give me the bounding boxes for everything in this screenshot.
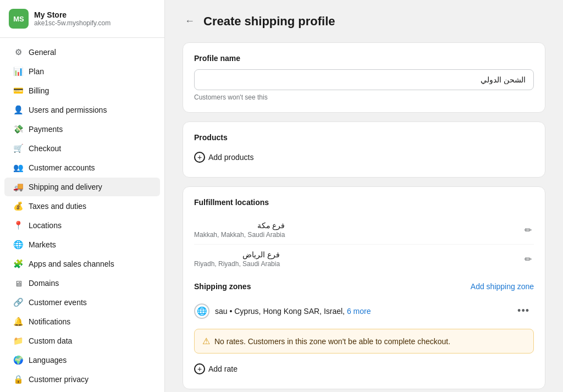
- zone-text: sau • Cyprus, Hong Kong SAR, Israel, 6 m…: [215, 307, 371, 316]
- add-shipping-zone-button[interactable]: Add shipping zone: [471, 282, 534, 291]
- shipping-zones-title: Shipping zones: [194, 282, 251, 291]
- nav-icon-locations: 📍: [13, 220, 23, 230]
- location-edit-btn-0[interactable]: ✏: [522, 223, 534, 238]
- sidebar-item-languages[interactable]: 🌍 Languages: [4, 351, 160, 369]
- warning-banner: ⚠ No rates. Customers in this zone won't…: [194, 329, 534, 354]
- nav-label-domains: Domains: [29, 279, 59, 288]
- sidebar-item-domains[interactable]: 🖥 Domains: [4, 274, 160, 292]
- nav-icon-notifications: 🔔: [13, 317, 23, 327]
- warning-icon: ⚠: [202, 336, 210, 346]
- nav-label-checkout: Checkout: [29, 144, 61, 153]
- back-button[interactable]: ←: [183, 13, 197, 29]
- nav-label-customer-events: Customer events: [29, 298, 87, 307]
- profile-name-hint: Customers won't see this: [194, 93, 534, 101]
- warning-text: No rates. Customers in this zone won't b…: [214, 337, 450, 346]
- globe-icon: 🌐: [194, 303, 209, 319]
- nav-label-notifications: Notifications: [29, 317, 70, 326]
- location-row-1: فرع الرياض Riyadh, Riyadh, Saudi Arabia …: [194, 245, 534, 273]
- nav-icon-apps: 🧩: [13, 259, 23, 269]
- fulfillment-section-title: Fulfillment locations: [194, 198, 534, 207]
- plus-circle-rate-icon: +: [194, 363, 205, 374]
- location-name-0: فرع مكة: [194, 221, 285, 230]
- nav-icon-users: 👤: [13, 105, 23, 115]
- page-header: ← Create shipping profile: [183, 13, 545, 29]
- sidebar-item-billing[interactable]: 💳 Billing: [4, 81, 160, 100]
- nav-icon-domains: 🖥: [13, 278, 23, 288]
- sidebar-item-customer-events[interactable]: 🔗 Customer events: [4, 293, 160, 312]
- nav-label-billing: Billing: [29, 86, 49, 95]
- zone-countries: sau • Cyprus, Hong Kong SAR, Israel,: [215, 307, 345, 316]
- location-name-1: فرع الرياض: [194, 250, 280, 259]
- sidebar-item-markets[interactable]: 🌐 Markets: [4, 235, 160, 254]
- nav-icon-taxes: 💰: [13, 201, 23, 211]
- nav-label-payments: Payments: [29, 125, 63, 134]
- nav-label-locations: Locations: [29, 221, 62, 230]
- store-url: ake1sc-5w.myshopify.com: [34, 19, 111, 27]
- sidebar-item-customer-privacy[interactable]: 🔒 Customer privacy: [4, 370, 160, 389]
- sidebar-item-payments[interactable]: 💸 Payments: [4, 120, 160, 139]
- store-header[interactable]: MS My Store ake1sc-5w.myshopify.com: [0, 0, 164, 38]
- nav-icon-plan: 📊: [13, 67, 23, 76]
- location-address-0: Makkah, Makkah, Saudi Arabia: [194, 231, 285, 239]
- add-products-button[interactable]: + Add products: [194, 148, 254, 166]
- sidebar-item-custom-data[interactable]: 📁 Custom data: [4, 332, 160, 350]
- nav-icon-customer-accounts: 👥: [13, 163, 23, 173]
- page-title: Create shipping profile: [203, 14, 335, 29]
- main-content: ← Create shipping profile Profile name C…: [165, 0, 563, 392]
- sidebar-item-locations[interactable]: 📍 Locations: [4, 216, 160, 235]
- sidebar-item-plan[interactable]: 📊 Plan: [4, 62, 160, 81]
- store-info: My Store ake1sc-5w.myshopify.com: [34, 10, 111, 27]
- sidebar-item-policies[interactable]: 📋 Policies: [4, 389, 160, 392]
- nav-label-languages: Languages: [29, 356, 67, 365]
- plus-circle-icon: +: [194, 152, 205, 163]
- sidebar-item-shipping[interactable]: 🚚 Shipping and delivery: [4, 178, 160, 196]
- nav-icon-customer-events: 🔗: [13, 297, 23, 307]
- location-edit-btn-1[interactable]: ✏: [522, 252, 534, 267]
- shipping-zones-header: Shipping zones Add shipping zone: [194, 282, 534, 291]
- add-rate-button[interactable]: + Add rate: [194, 360, 238, 378]
- store-avatar: MS: [9, 9, 29, 29]
- zone-more-button[interactable]: •••: [513, 303, 534, 319]
- nav-label-customer-accounts: Customer accounts: [29, 163, 95, 172]
- nav-icon-general: ⚙: [13, 47, 23, 57]
- nav-label-taxes: Taxes and duties: [29, 202, 86, 211]
- nav-icon-customer-privacy: 🔒: [13, 374, 23, 384]
- nav-label-shipping: Shipping and delivery: [29, 183, 102, 191]
- nav-label-customer-privacy: Customer privacy: [29, 375, 89, 384]
- sidebar-item-general[interactable]: ⚙ General: [4, 43, 160, 62]
- nav-icon-custom-data: 📁: [13, 336, 23, 346]
- sidebar-item-notifications[interactable]: 🔔 Notifications: [4, 312, 160, 331]
- nav-label-apps: Apps and sales channels: [29, 260, 114, 268]
- nav-icon-checkout: 🛒: [13, 143, 23, 153]
- nav-icon-markets: 🌐: [13, 240, 23, 250]
- nav-icon-payments: 💸: [13, 124, 23, 134]
- nav-label-users: Users and permissions: [29, 106, 107, 114]
- sidebar-item-customer-accounts[interactable]: 👥 Customer accounts: [4, 158, 160, 177]
- locations-list: فرع مكة Makkah, Makkah, Saudi Arabia ✏ ف…: [194, 216, 534, 273]
- location-row-0: فرع مكة Makkah, Makkah, Saudi Arabia ✏: [194, 216, 534, 245]
- zone-row: 🌐 sau • Cyprus, Hong Kong SAR, Israel, 6…: [194, 297, 534, 324]
- location-address-1: Riyadh, Riyadh, Saudi Arabia: [194, 260, 280, 268]
- profile-name-input[interactable]: [194, 69, 534, 90]
- zone-more-link[interactable]: 6 more: [347, 307, 371, 316]
- nav-label-general: General: [29, 48, 56, 57]
- products-section-title: Products: [194, 133, 534, 142]
- nav-label-custom-data: Custom data: [29, 336, 72, 345]
- sidebar: MS My Store ake1sc-5w.myshopify.com ⚙ Ge…: [0, 0, 165, 392]
- nav-list: ⚙ General 📊 Plan 💳 Billing 👤 Users and p…: [0, 38, 164, 392]
- nav-label-markets: Markets: [29, 240, 56, 249]
- sidebar-item-users[interactable]: 👤 Users and permissions: [4, 101, 160, 119]
- location-info-0: فرع مكة Makkah, Makkah, Saudi Arabia: [194, 221, 285, 239]
- sidebar-item-checkout[interactable]: 🛒 Checkout: [4, 139, 160, 158]
- products-card: Products + Add products: [183, 122, 545, 178]
- nav-label-plan: Plan: [29, 67, 44, 76]
- store-name: My Store: [34, 10, 111, 19]
- zone-info: 🌐 sau • Cyprus, Hong Kong SAR, Israel, 6…: [194, 303, 371, 319]
- sidebar-item-taxes[interactable]: 💰 Taxes and duties: [4, 197, 160, 216]
- nav-icon-languages: 🌍: [13, 355, 23, 365]
- add-products-label: Add products: [208, 153, 254, 162]
- location-info-1: فرع الرياض Riyadh, Riyadh, Saudi Arabia: [194, 250, 280, 268]
- profile-name-section-title: Profile name: [194, 54, 534, 63]
- add-rate-label: Add rate: [208, 365, 238, 373]
- sidebar-item-apps[interactable]: 🧩 Apps and sales channels: [4, 255, 160, 273]
